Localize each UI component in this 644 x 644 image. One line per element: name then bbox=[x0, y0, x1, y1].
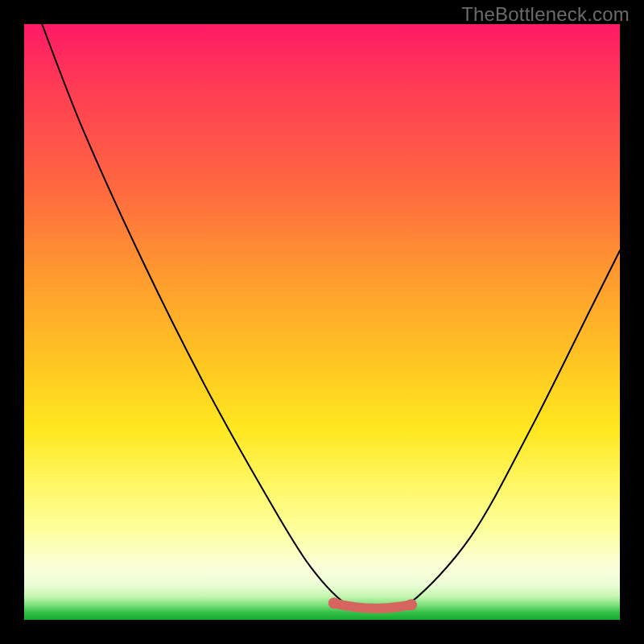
trough-endpoint-right bbox=[406, 599, 417, 610]
bottleneck-curve bbox=[42, 24, 620, 611]
watermark-text: TheBottleneck.com bbox=[461, 3, 630, 26]
chart-frame: TheBottleneck.com bbox=[0, 0, 644, 644]
plot-area bbox=[24, 24, 620, 620]
optimal-trough-band bbox=[334, 603, 411, 609]
trough-endpoint-left bbox=[328, 597, 340, 609]
curve-layer bbox=[24, 24, 620, 620]
